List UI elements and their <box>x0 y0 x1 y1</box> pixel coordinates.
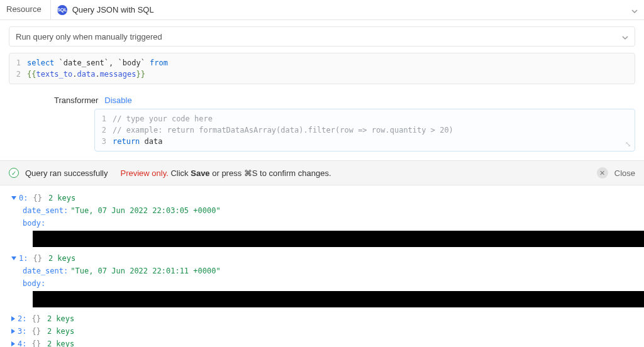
transformer-disable-link[interactable]: Disable <box>104 96 131 105</box>
braces-icon: {} <box>31 325 40 338</box>
code-content[interactable]: // type your code here <box>113 113 213 124</box>
field-value: "Tue, 07 Jun 2022 22:01:11 +0000" <box>70 265 220 277</box>
result-item-header[interactable]: 4: {} 2 keys <box>11 338 635 347</box>
code-line[interactable]: 1// type your code here <box>95 113 635 124</box>
code-content[interactable]: // example: return formatDataAsArray(dat… <box>113 124 453 136</box>
result-index: 2: <box>18 312 26 325</box>
keys-count: 2 keys <box>48 192 75 204</box>
line-number: 1 <box>95 113 113 124</box>
code-line[interactable]: 2// example: return formatDataAsArray(da… <box>95 124 635 136</box>
transformer-header: Transformer Disable <box>0 91 644 109</box>
result-item-header[interactable]: 1: {} 2 keys <box>11 252 635 265</box>
disclosure-triangle-icon[interactable] <box>11 316 15 321</box>
keys-count: 2 keys <box>48 252 75 265</box>
field-value: "Tue, 07 Jun 2022 22:03:05 +0000" <box>70 204 220 217</box>
result-field: date_sent: "Tue, 07 Jun 2022 22:01:11 +0… <box>11 265 635 277</box>
line-number: 2 <box>9 69 27 80</box>
disclosure-triangle-icon[interactable] <box>11 256 16 260</box>
code-line[interactable]: 2{{texts_to.data.messages}} <box>9 69 635 80</box>
braces-icon: {} <box>33 252 42 265</box>
code-content[interactable]: return data <box>113 136 162 147</box>
code-content[interactable]: select `date_sent`, `body` from <box>27 57 168 69</box>
result-field: body: <box>11 277 635 290</box>
line-number: 1 <box>9 57 27 69</box>
field-key: date_sent: <box>23 204 68 217</box>
sql-editor[interactable]: 1select `date_sent`, `body` from2{{texts… <box>9 53 635 84</box>
status-bar: ✓ Query ran successfully Preview only. C… <box>0 160 644 185</box>
result-index: 3: <box>18 325 26 338</box>
close-icon[interactable]: ✕ <box>597 167 608 179</box>
result-item-header[interactable]: 2: {} 2 keys <box>11 312 635 325</box>
field-key: body: <box>23 217 45 229</box>
run-mode-select[interactable]: Run query only when manually triggered <box>9 26 635 47</box>
close-button[interactable]: Close <box>614 168 635 178</box>
resize-icon: ⤡ <box>625 140 631 148</box>
line-number: 2 <box>95 124 113 136</box>
result-index: 1: <box>19 252 28 265</box>
code-line[interactable]: 1select `date_sent`, `body` from <box>9 57 635 69</box>
code-line[interactable]: 3return data <box>95 136 635 147</box>
keys-count: 2 keys <box>47 338 74 347</box>
result-index: 4: <box>18 338 26 347</box>
code-content[interactable]: {{texts_to.data.messages}} <box>27 69 145 80</box>
field-key: body: <box>23 277 45 290</box>
results-tree: 0: {} 2 keysdate_sent: "Tue, 07 Jun 2022… <box>0 185 644 347</box>
sql-badge-icon: SQL <box>57 5 67 15</box>
braces-icon: {} <box>33 192 42 204</box>
braces-icon: {} <box>31 338 40 347</box>
braces-icon: {} <box>31 312 40 325</box>
resource-tab[interactable]: Resource <box>0 0 51 20</box>
transformer-label: Transformer <box>54 96 98 105</box>
run-mode-label: Run query only when manually triggered <box>16 32 162 41</box>
redacted-body-content <box>33 231 644 247</box>
line-number: 3 <box>95 136 113 147</box>
field-key: date_sent: <box>23 265 68 277</box>
keys-count: 2 keys <box>47 325 74 338</box>
result-item-header[interactable]: 0: {} 2 keys <box>11 192 635 204</box>
success-check-icon: ✓ <box>9 168 19 178</box>
disclosure-triangle-icon[interactable] <box>11 196 16 200</box>
chevron-down-icon <box>622 33 628 40</box>
disclosure-triangle-icon[interactable] <box>11 341 15 346</box>
disclosure-triangle-icon[interactable] <box>11 329 15 334</box>
status-success-text: Query ran successfully <box>25 168 108 178</box>
result-field: body: <box>11 217 635 229</box>
resource-type-label: Query JSON with SQL <box>72 5 154 14</box>
redacted-body-content <box>33 291 644 307</box>
result-field: date_sent: "Tue, 07 Jun 2022 22:03:05 +0… <box>11 204 635 217</box>
keys-count: 2 keys <box>47 312 74 325</box>
result-item-header[interactable]: 3: {} 2 keys <box>11 325 635 338</box>
transformer-editor[interactable]: ⤡ 1// type your code here2// example: re… <box>94 109 635 151</box>
resource-row: Resource SQL Query JSON with SQL <box>0 0 644 20</box>
status-preview-text: Preview only. Click Save or press ⌘S to … <box>121 168 331 178</box>
resource-type-select[interactable]: SQL Query JSON with SQL <box>51 0 644 20</box>
result-index: 0: <box>19 192 28 204</box>
chevron-down-icon <box>631 7 638 13</box>
